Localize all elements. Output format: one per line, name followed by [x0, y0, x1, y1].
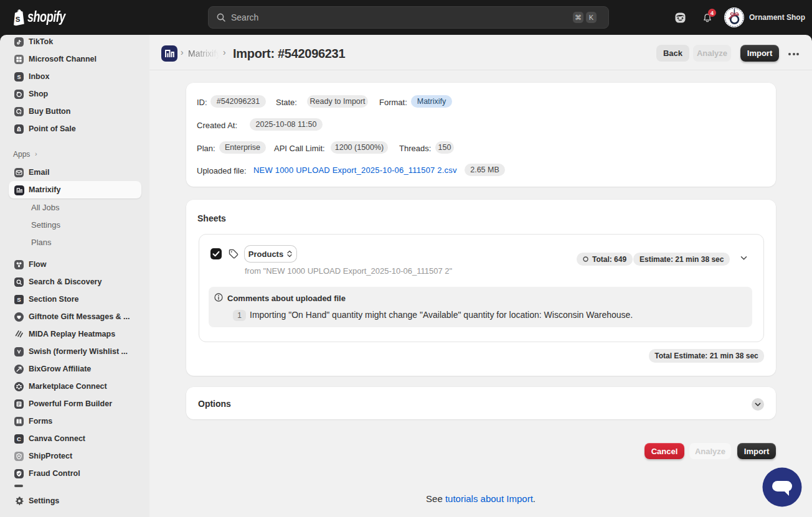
svg-text:S: S: [16, 16, 21, 23]
svg-text:C: C: [17, 435, 21, 442]
svg-text:S: S: [17, 296, 21, 303]
svg-text:S: S: [18, 128, 20, 131]
svg-text:S: S: [17, 74, 21, 80]
